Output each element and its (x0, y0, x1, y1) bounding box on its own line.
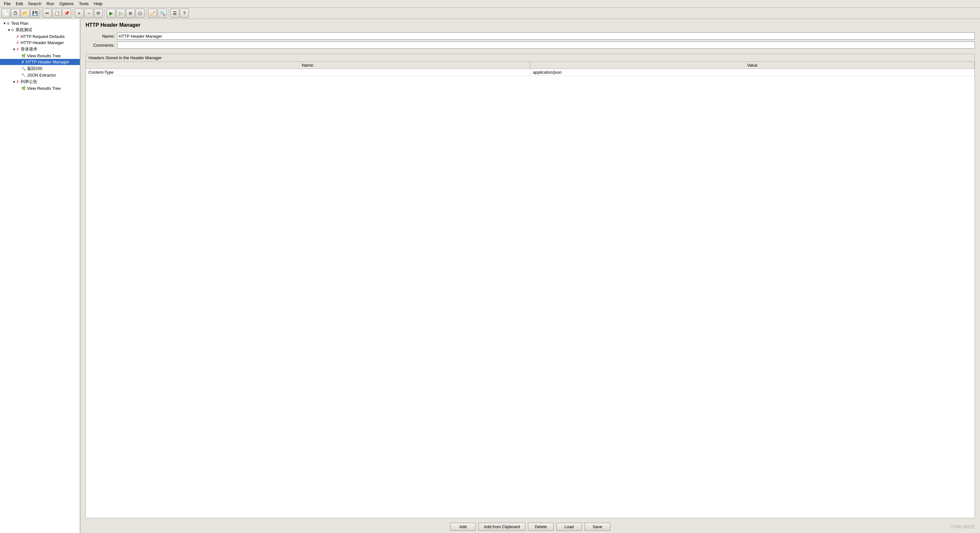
open-template-button[interactable]: 🗒 (11, 9, 20, 18)
expand-icon-login-request: ▼ (12, 48, 16, 51)
tree-item-http-header-manager-1[interactable]: ✗ HTTP Header Manager (0, 40, 80, 46)
menu-options[interactable]: Options (57, 1, 76, 7)
name-row: Name: (86, 32, 975, 40)
menubar: File Edit Search Run Options Tools Help (0, 0, 980, 8)
separator-2 (73, 10, 73, 17)
tree-label-http-header-manager-1: HTTP Header Manager (21, 40, 64, 45)
comments-input[interactable] (117, 41, 975, 49)
tree-label-list-announcement: 列举公告 (21, 79, 37, 85)
menu-tools[interactable]: Tools (76, 1, 91, 7)
table-section-title: Headers Stored in the Header Manager (86, 54, 975, 62)
expand-icon-thread-group: ▼ (7, 28, 11, 32)
table-row[interactable]: Content-Type application/json (86, 69, 975, 76)
add-button[interactable]: Add (450, 523, 476, 531)
save-button[interactable]: 💾 (30, 9, 39, 18)
menu-search[interactable]: Search (25, 1, 44, 7)
tree-item-view-results-tree-1[interactable]: 🌿 View Results Tree (0, 53, 80, 59)
run-button[interactable]: ▶ (107, 9, 116, 18)
comments-label: Comments: (86, 43, 115, 48)
col-header-value: Value (530, 62, 975, 69)
copy-button[interactable]: 📋 (52, 9, 62, 18)
tree-label-view-results-tree-2: View Results Tree (27, 86, 61, 91)
results-tree-1-icon: 🌿 (21, 54, 26, 58)
tree-item-login-request[interactable]: ▼ ✗ 登录请求 (0, 46, 80, 53)
tree-label-test-plan: Test Plan (11, 21, 28, 26)
list-button[interactable]: ☰ (170, 9, 179, 18)
http-request-defaults-icon: ✗ (16, 34, 19, 39)
form-area: Name: Comments: (80, 30, 980, 53)
testplan-icon: ⚙ (6, 21, 10, 26)
tree-item-list-announcement[interactable]: ▼ ✗ 列举公告 (0, 78, 80, 85)
cut-button[interactable]: ✂ (43, 9, 52, 18)
threadgroup-icon: ⚙ (11, 28, 14, 32)
headers-table-section: Headers Stored in the Header Manager Nam… (86, 54, 975, 518)
name-label: Name: (86, 34, 115, 38)
return-200-icon: 🔍 (21, 67, 26, 71)
list-announcement-icon: ✗ (16, 80, 19, 84)
tree-label-return-200: 返回200 (27, 65, 43, 72)
tree-item-test-plan[interactable]: ▼ ⚙ Test Plan (0, 20, 80, 26)
header-manager-2-icon: ✗ (21, 60, 24, 64)
separator-3 (105, 10, 105, 17)
name-input[interactable] (117, 32, 975, 40)
tree-item-return-200[interactable]: 🔍 返回200 (0, 65, 80, 72)
tree-label-view-results-tree-1: View Results Tree (27, 53, 61, 58)
tree-label-json-extractor: JSON Extractor (27, 73, 56, 78)
col-header-name: Name: (86, 62, 530, 69)
separator-4 (146, 10, 146, 17)
tree-label-login-request: 登录请求 (21, 46, 37, 52)
separator-1 (41, 10, 41, 17)
tree-panel: ▼ ⚙ Test Plan ▼ ⚙ 系统测试 ✗ HTTP Request De… (0, 19, 80, 533)
save-headers-button[interactable]: Save (585, 523, 610, 531)
open-button[interactable]: 📂 (21, 9, 30, 18)
menu-file[interactable]: File (1, 1, 13, 7)
new-button[interactable]: 📄 (1, 9, 10, 18)
tree-item-thread-group[interactable]: ▼ ⚙ 系统测试 (0, 26, 80, 34)
header-manager-1-icon: ✗ (16, 41, 19, 45)
tree-label-http-header-manager-2: HTTP Header Manager (26, 59, 69, 64)
results-tree-2-icon: 🌿 (21, 86, 26, 91)
separator-5 (168, 10, 169, 17)
toggle-button[interactable]: ⟳ (94, 9, 103, 18)
paste-button[interactable]: 📌 (62, 9, 71, 18)
run-no-pause-button[interactable]: ▷ (116, 9, 125, 18)
shutdown-button[interactable]: ⏻ (135, 9, 145, 18)
right-panel: HTTP Header Manager Name: Comments: Head… (80, 19, 980, 533)
collapse-button[interactable]: − (84, 9, 93, 18)
bottom-bar: Add Add from Clipboard Delete Load Save (80, 519, 980, 533)
delete-button[interactable]: Delete (528, 523, 554, 531)
tree-item-json-extractor[interactable]: 🔧 JSON Extractor (0, 72, 80, 78)
load-button[interactable]: Load (556, 523, 582, 531)
toolbar: 📄 🗒 📂 💾 ✂ 📋 📌 + − ⟳ ▶ ▷ ⏹ ⏻ 🧹 🔍 ☰ ? (0, 8, 980, 19)
clear-all-button[interactable]: 🔍 (158, 9, 167, 18)
expand-icon-list-announcement: ▼ (12, 80, 16, 84)
tree-label-thread-group: 系统测试 (16, 27, 32, 33)
help-button[interactable]: ? (180, 9, 189, 18)
panel-title: HTTP Header Manager (80, 19, 980, 30)
menu-help[interactable]: Help (91, 1, 105, 7)
tree-item-http-header-manager-2[interactable]: ✗ HTTP Header Manager (0, 59, 80, 65)
menu-edit[interactable]: Edit (13, 1, 25, 7)
headers-table: Name: Value Content-Type application/jso… (86, 62, 975, 76)
clear-button[interactable]: 🧹 (148, 9, 157, 18)
tree-item-view-results-tree-2[interactable]: 🌿 View Results Tree (0, 85, 80, 91)
add-from-clipboard-button[interactable]: Add from Clipboard (479, 523, 525, 531)
tree-item-http-request-defaults[interactable]: ✗ HTTP Request Defaults (0, 34, 80, 40)
tree-label-http-request-defaults: HTTP Request Defaults (21, 34, 65, 39)
expand-icon-test-plan: ▼ (3, 22, 6, 25)
main-layout: ▼ ⚙ Test Plan ▼ ⚙ 系统测试 ✗ HTTP Request De… (0, 19, 980, 533)
expand-button[interactable]: + (75, 9, 84, 18)
login-request-icon: ✗ (16, 47, 19, 51)
cell-value-content-type: application/json (530, 69, 975, 76)
comments-row: Comments: (86, 41, 975, 49)
json-extractor-icon: 🔧 (21, 73, 26, 77)
stop-button[interactable]: ⏹ (126, 9, 135, 18)
menu-run[interactable]: Run (44, 1, 57, 7)
cell-name-content-type: Content-Type (86, 69, 530, 76)
